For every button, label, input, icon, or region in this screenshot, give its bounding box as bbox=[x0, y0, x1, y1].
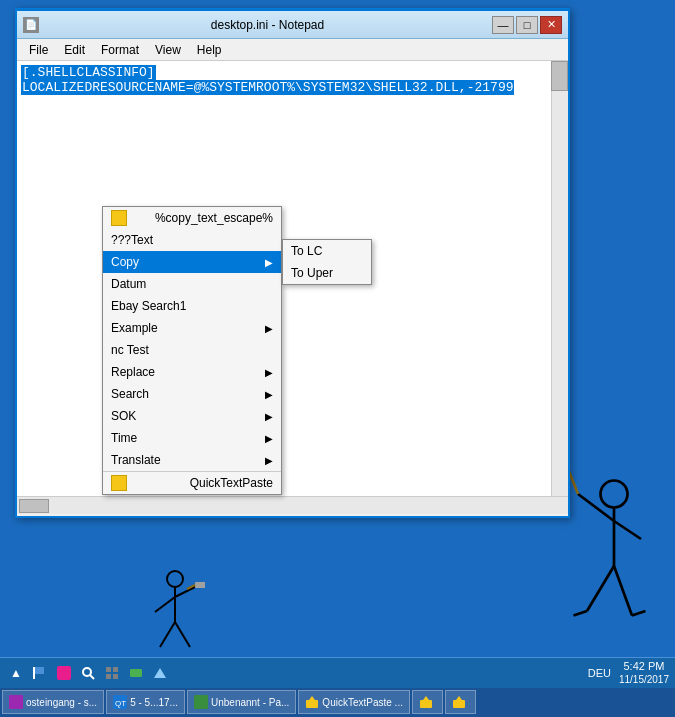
hscroll-thumb[interactable] bbox=[19, 499, 49, 513]
taskbar-btn-3[interactable]: QuickTextPaste ... bbox=[298, 690, 410, 714]
cm-arrow-copy: ▶ bbox=[265, 257, 273, 268]
svg-rect-22 bbox=[106, 667, 111, 672]
taskbar-btn-4[interactable] bbox=[412, 690, 443, 714]
notepad-window: 📄 desktop.ini - Notepad — □ ✕ File Edit … bbox=[15, 8, 570, 518]
taskbar-icon-5 bbox=[452, 695, 466, 709]
cm-label-copy: Copy bbox=[111, 255, 139, 269]
cm-label-ebay: Ebay Search1 bbox=[111, 299, 186, 313]
cm-label-datum: Datum bbox=[111, 277, 146, 291]
taskbar: ▲ DEU 5:42 PM 11/15/2 bbox=[0, 657, 675, 717]
cm-label-search: Search bbox=[111, 387, 149, 401]
cm-item-copy[interactable]: Copy ▶ bbox=[103, 251, 281, 273]
title-bar: 📄 desktop.ini - Notepad — □ ✕ bbox=[17, 11, 568, 39]
svg-line-3 bbox=[569, 472, 578, 495]
svg-rect-19 bbox=[57, 666, 71, 680]
cm-item-qtp[interactable]: QuickTextPaste bbox=[103, 471, 281, 494]
cm-item-nctest[interactable]: nc Test bbox=[103, 339, 281, 361]
taskbar-btn-2[interactable]: Unbenannt - Pa... bbox=[187, 690, 296, 714]
horizontal-scrollbar[interactable] bbox=[17, 496, 568, 514]
sub-item-tolc[interactable]: To LC bbox=[283, 240, 371, 262]
svg-rect-31 bbox=[194, 695, 208, 709]
cm-item-translate[interactable]: Translate ▶ bbox=[103, 449, 281, 471]
taskbar-top-row: ▲ DEU 5:42 PM 11/15/2 bbox=[0, 658, 675, 688]
svg-line-7 bbox=[632, 611, 646, 616]
menu-format[interactable]: Format bbox=[93, 41, 147, 59]
svg-line-5 bbox=[587, 566, 614, 611]
tray-arrow-icon[interactable]: ▲ bbox=[6, 663, 26, 683]
cm-label-sok: SOK bbox=[111, 409, 136, 423]
svg-marker-35 bbox=[423, 696, 429, 700]
vertical-scrollbar[interactable] bbox=[551, 61, 568, 496]
taskbar-btn-5[interactable] bbox=[445, 690, 476, 714]
tray-arrow2-icon[interactable] bbox=[150, 663, 170, 683]
cm-item-datum[interactable]: Datum bbox=[103, 273, 281, 295]
svg-line-12 bbox=[175, 587, 195, 597]
menu-file[interactable]: File bbox=[21, 41, 56, 59]
cm-arrow-time: ▶ bbox=[265, 433, 273, 444]
scrollbar-thumb[interactable] bbox=[551, 61, 568, 91]
cm-item-copy-escape[interactable]: %copy_text_escape% bbox=[103, 207, 281, 229]
cm-icon-qtp bbox=[111, 475, 127, 491]
tray-pink-square[interactable] bbox=[54, 663, 74, 683]
selected-line2: LOCALIZEDRESOURCENAME=@%SYSTEMROOT%\SYST… bbox=[21, 80, 514, 95]
svg-marker-37 bbox=[456, 696, 462, 700]
svg-rect-15 bbox=[195, 582, 205, 588]
cm-icon-yellow bbox=[111, 210, 127, 226]
cm-item-example[interactable]: Example ▶ bbox=[103, 317, 281, 339]
cm-item-text[interactable]: ???Text bbox=[103, 229, 281, 251]
sub-item-touper[interactable]: To Uper bbox=[283, 262, 371, 284]
cm-label-time: Time bbox=[111, 431, 137, 445]
tray-time-area: 5:42 PM 11/15/2017 bbox=[619, 659, 669, 686]
svg-rect-36 bbox=[453, 700, 465, 708]
tray-grid-icon[interactable] bbox=[102, 663, 122, 683]
close-button[interactable]: ✕ bbox=[540, 16, 562, 34]
title-buttons: — □ ✕ bbox=[492, 16, 562, 34]
tray-green-rect[interactable] bbox=[126, 663, 146, 683]
cm-item-replace[interactable]: Replace ▶ bbox=[103, 361, 281, 383]
cm-item-time[interactable]: Time ▶ bbox=[103, 427, 281, 449]
tray-search-icon[interactable] bbox=[78, 663, 98, 683]
svg-point-20 bbox=[83, 668, 91, 676]
menu-help[interactable]: Help bbox=[189, 41, 230, 59]
svg-rect-25 bbox=[113, 674, 118, 679]
svg-text:QT: QT bbox=[115, 699, 126, 708]
context-submenu: To LC To Uper bbox=[282, 239, 372, 285]
svg-line-8 bbox=[574, 611, 588, 616]
svg-rect-17 bbox=[34, 667, 44, 674]
svg-point-9 bbox=[167, 571, 183, 587]
taskbar-bottom-row: osteingang - s... QT 5 - 5...17... Unben… bbox=[0, 688, 675, 718]
menu-view[interactable]: View bbox=[147, 41, 189, 59]
svg-line-13 bbox=[160, 622, 175, 647]
cm-arrow-search: ▶ bbox=[265, 389, 273, 400]
tray-time: 5:42 PM bbox=[619, 659, 669, 673]
svg-line-11 bbox=[155, 597, 175, 612]
taskbar-icon-1: QT bbox=[113, 695, 127, 709]
taskbar-btn-1[interactable]: QT 5 - 5...17... bbox=[106, 690, 185, 714]
cm-arrow-sok: ▶ bbox=[265, 411, 273, 422]
taskbar-btn-0[interactable]: osteingang - s... bbox=[2, 690, 104, 714]
cm-item-ebay[interactable]: Ebay Search1 bbox=[103, 295, 281, 317]
minimize-button[interactable]: — bbox=[492, 16, 514, 34]
menu-edit[interactable]: Edit bbox=[56, 41, 93, 59]
stickman-figure bbox=[555, 467, 655, 647]
cm-arrow-translate: ▶ bbox=[265, 455, 273, 466]
svg-rect-34 bbox=[420, 700, 432, 708]
cm-label-1: ???Text bbox=[111, 233, 153, 247]
svg-point-0 bbox=[601, 481, 628, 508]
tray-lang: DEU bbox=[588, 667, 611, 679]
svg-line-6 bbox=[614, 566, 632, 616]
taskbar-icon-0 bbox=[9, 695, 23, 709]
tray-date: 11/15/2017 bbox=[619, 673, 669, 686]
svg-marker-27 bbox=[154, 668, 166, 678]
maximize-button[interactable]: □ bbox=[516, 16, 538, 34]
window-title: desktop.ini - Notepad bbox=[43, 18, 492, 32]
tray-flag-icon[interactable] bbox=[30, 663, 50, 683]
svg-line-4 bbox=[614, 521, 641, 539]
svg-rect-24 bbox=[106, 674, 111, 679]
cm-label-nctest: nc Test bbox=[111, 343, 149, 357]
cm-item-search[interactable]: Search ▶ bbox=[103, 383, 281, 405]
stickman-small bbox=[145, 567, 205, 657]
cm-item-sok[interactable]: SOK ▶ bbox=[103, 405, 281, 427]
svg-line-14 bbox=[175, 622, 190, 647]
taskbar-icon-2 bbox=[194, 695, 208, 709]
